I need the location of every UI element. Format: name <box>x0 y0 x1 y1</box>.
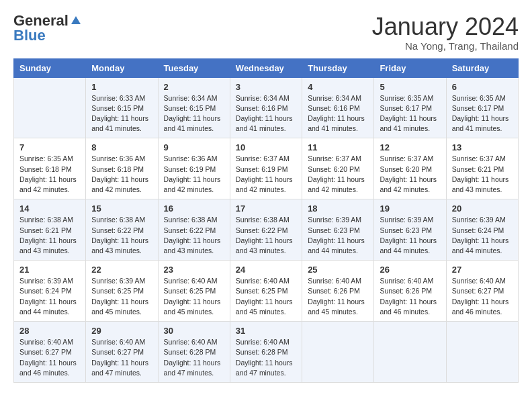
day-number: 20 <box>452 203 513 214</box>
day-info: Sunrise: 6:37 AMSunset: 6:20 PMDaylight:… <box>380 154 440 195</box>
day-info: Sunrise: 6:40 AMSunset: 6:27 PMDaylight:… <box>19 337 80 378</box>
day-number: 5 <box>380 82 440 92</box>
day-info: Sunrise: 6:37 AMSunset: 6:21 PMDaylight:… <box>452 154 513 195</box>
weekday-header-row: SundayMondayTuesdayWednesdayThursdayFrid… <box>14 58 519 77</box>
day-info: Sunrise: 6:38 AMSunset: 6:22 PMDaylight:… <box>164 215 224 256</box>
calendar-cell: 19Sunrise: 6:39 AMSunset: 6:23 PMDayligh… <box>374 199 446 261</box>
day-info: Sunrise: 6:36 AMSunset: 6:18 PMDaylight:… <box>91 154 152 195</box>
logo-icon <box>70 15 82 27</box>
calendar-cell: 21Sunrise: 6:39 AMSunset: 6:24 PMDayligh… <box>14 261 86 322</box>
day-number: 2 <box>164 82 224 92</box>
logo-blue-text: Blue <box>13 28 46 43</box>
calendar-cell: 3Sunrise: 6:34 AMSunset: 6:16 PMDaylight… <box>230 77 302 138</box>
day-number: 27 <box>452 265 513 275</box>
calendar-cell <box>302 322 374 383</box>
logo: General Blue <box>13 13 82 43</box>
calendar-cell: 12Sunrise: 6:37 AMSunset: 6:20 PMDayligh… <box>374 138 446 199</box>
location-text: Na Yong, Trang, Thailand <box>372 40 519 52</box>
day-number: 29 <box>91 326 152 336</box>
calendar-week-row: 1Sunrise: 6:33 AMSunset: 6:15 PMDaylight… <box>14 77 519 138</box>
day-number: 14 <box>19 203 80 214</box>
calendar-cell: 10Sunrise: 6:37 AMSunset: 6:19 PMDayligh… <box>230 138 302 199</box>
calendar-cell: 31Sunrise: 6:40 AMSunset: 6:28 PMDayligh… <box>230 322 302 383</box>
day-info: Sunrise: 6:34 AMSunset: 6:16 PMDaylight:… <box>308 93 368 134</box>
day-number: 30 <box>164 326 224 336</box>
calendar-cell <box>446 322 518 383</box>
calendar-week-row: 28Sunrise: 6:40 AMSunset: 6:27 PMDayligh… <box>14 322 519 383</box>
day-info: Sunrise: 6:39 AMSunset: 6:24 PMDaylight:… <box>19 276 80 317</box>
day-info: Sunrise: 6:40 AMSunset: 6:26 PMDaylight:… <box>308 276 368 317</box>
calendar-cell: 16Sunrise: 6:38 AMSunset: 6:22 PMDayligh… <box>158 199 230 261</box>
day-info: Sunrise: 6:34 AMSunset: 6:16 PMDaylight:… <box>236 93 296 134</box>
day-number: 17 <box>236 203 296 214</box>
day-info: Sunrise: 6:37 AMSunset: 6:20 PMDaylight:… <box>308 154 368 195</box>
calendar-table: SundayMondayTuesdayWednesdayThursdayFrid… <box>13 58 519 383</box>
day-info: Sunrise: 6:38 AMSunset: 6:22 PMDaylight:… <box>91 215 152 256</box>
day-info: Sunrise: 6:39 AMSunset: 6:24 PMDaylight:… <box>452 215 513 256</box>
calendar-cell: 22Sunrise: 6:39 AMSunset: 6:25 PMDayligh… <box>86 261 158 322</box>
day-info: Sunrise: 6:40 AMSunset: 6:28 PMDaylight:… <box>236 337 296 378</box>
day-info: Sunrise: 6:40 AMSunset: 6:27 PMDaylight:… <box>452 276 513 317</box>
day-info: Sunrise: 6:34 AMSunset: 6:15 PMDaylight:… <box>164 93 224 134</box>
calendar-cell <box>374 322 446 383</box>
day-info: Sunrise: 6:38 AMSunset: 6:22 PMDaylight:… <box>236 215 296 256</box>
day-number: 25 <box>308 265 368 275</box>
weekday-header: Friday <box>374 58 446 77</box>
calendar-cell: 4Sunrise: 6:34 AMSunset: 6:16 PMDaylight… <box>302 77 374 138</box>
day-info: Sunrise: 6:39 AMSunset: 6:23 PMDaylight:… <box>308 215 368 256</box>
calendar-cell: 1Sunrise: 6:33 AMSunset: 6:15 PMDaylight… <box>86 77 158 138</box>
svg-marker-0 <box>71 16 81 24</box>
day-info: Sunrise: 6:39 AMSunset: 6:25 PMDaylight:… <box>91 276 152 317</box>
calendar-cell: 2Sunrise: 6:34 AMSunset: 6:15 PMDaylight… <box>158 77 230 138</box>
calendar-cell: 18Sunrise: 6:39 AMSunset: 6:23 PMDayligh… <box>302 199 374 261</box>
day-number: 16 <box>164 203 224 214</box>
day-number: 1 <box>91 82 152 92</box>
day-info: Sunrise: 6:35 AMSunset: 6:17 PMDaylight:… <box>452 93 513 134</box>
calendar-cell: 13Sunrise: 6:37 AMSunset: 6:21 PMDayligh… <box>446 138 518 199</box>
calendar-cell: 15Sunrise: 6:38 AMSunset: 6:22 PMDayligh… <box>86 199 158 261</box>
weekday-header: Tuesday <box>158 58 230 77</box>
day-info: Sunrise: 6:40 AMSunset: 6:27 PMDaylight:… <box>91 337 152 378</box>
day-number: 3 <box>236 82 296 92</box>
weekday-header: Monday <box>86 58 158 77</box>
day-info: Sunrise: 6:37 AMSunset: 6:19 PMDaylight:… <box>236 154 296 195</box>
day-number: 26 <box>380 265 440 275</box>
day-number: 6 <box>452 82 513 92</box>
day-number: 9 <box>164 142 224 152</box>
calendar-cell: 29Sunrise: 6:40 AMSunset: 6:27 PMDayligh… <box>86 322 158 383</box>
weekday-header: Wednesday <box>230 58 302 77</box>
weekday-header: Thursday <box>302 58 374 77</box>
day-info: Sunrise: 6:36 AMSunset: 6:19 PMDaylight:… <box>164 154 224 195</box>
weekday-header: Saturday <box>446 58 518 77</box>
calendar-cell: 9Sunrise: 6:36 AMSunset: 6:19 PMDaylight… <box>158 138 230 199</box>
day-info: Sunrise: 6:39 AMSunset: 6:23 PMDaylight:… <box>380 215 440 256</box>
calendar-cell: 27Sunrise: 6:40 AMSunset: 6:27 PMDayligh… <box>446 261 518 322</box>
calendar-week-row: 7Sunrise: 6:35 AMSunset: 6:18 PMDaylight… <box>14 138 519 199</box>
day-info: Sunrise: 6:40 AMSunset: 6:25 PMDaylight:… <box>236 276 296 317</box>
day-info: Sunrise: 6:35 AMSunset: 6:18 PMDaylight:… <box>19 154 80 195</box>
day-number: 18 <box>308 203 368 214</box>
calendar-cell: 8Sunrise: 6:36 AMSunset: 6:18 PMDaylight… <box>86 138 158 199</box>
calendar-cell: 30Sunrise: 6:40 AMSunset: 6:28 PMDayligh… <box>158 322 230 383</box>
logo-general-text: General <box>13 13 69 28</box>
calendar-cell: 14Sunrise: 6:38 AMSunset: 6:21 PMDayligh… <box>14 199 86 261</box>
day-info: Sunrise: 6:40 AMSunset: 6:28 PMDaylight:… <box>164 337 224 378</box>
day-number: 12 <box>380 142 440 152</box>
calendar-week-row: 21Sunrise: 6:39 AMSunset: 6:24 PMDayligh… <box>14 261 519 322</box>
calendar-cell: 5Sunrise: 6:35 AMSunset: 6:17 PMDaylight… <box>374 77 446 138</box>
day-number: 11 <box>308 142 368 152</box>
calendar-cell: 11Sunrise: 6:37 AMSunset: 6:20 PMDayligh… <box>302 138 374 199</box>
calendar-cell: 20Sunrise: 6:39 AMSunset: 6:24 PMDayligh… <box>446 199 518 261</box>
day-number: 4 <box>308 82 368 92</box>
day-info: Sunrise: 6:38 AMSunset: 6:21 PMDaylight:… <box>19 215 80 256</box>
calendar-cell: 6Sunrise: 6:35 AMSunset: 6:17 PMDaylight… <box>446 77 518 138</box>
calendar-week-row: 14Sunrise: 6:38 AMSunset: 6:21 PMDayligh… <box>14 199 519 261</box>
day-number: 13 <box>452 142 513 152</box>
calendar-cell <box>14 77 86 138</box>
page-header: General Blue January 2024 Na Yong, Trang… <box>13 13 519 52</box>
day-number: 24 <box>236 265 296 275</box>
day-number: 10 <box>236 142 296 152</box>
day-number: 23 <box>164 265 224 275</box>
day-number: 8 <box>91 142 152 152</box>
calendar-cell: 17Sunrise: 6:38 AMSunset: 6:22 PMDayligh… <box>230 199 302 261</box>
